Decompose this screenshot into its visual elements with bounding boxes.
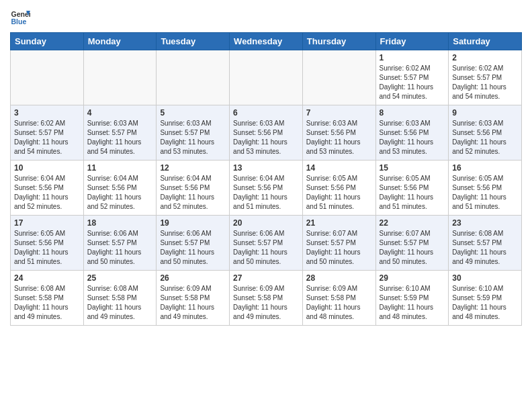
logo-icon: General Blue <box>10 7 30 27</box>
daylight-label: Daylight: 11 hours and 50 minutes. <box>233 248 287 265</box>
calendar-cell <box>83 50 157 105</box>
sunrise-label: Sunrise: 6:06 AM <box>87 230 138 237</box>
daylight-label: Daylight: 11 hours and 48 minutes. <box>306 304 361 320</box>
header: General Blue <box>10 7 522 27</box>
day-info: Sunrise: 6:09 AM Sunset: 5:58 PM Dayligh… <box>233 284 299 322</box>
calendar-cell: 21 Sunrise: 6:07 AM Sunset: 5:57 PM Dayl… <box>302 216 375 271</box>
day-info: Sunrise: 6:05 AM Sunset: 5:56 PM Dayligh… <box>14 229 80 267</box>
calendar-cell <box>230 50 303 105</box>
day-info: Sunrise: 6:06 AM Sunset: 5:57 PM Dayligh… <box>87 229 153 267</box>
daylight-label: Daylight: 11 hours and 53 minutes. <box>380 138 434 155</box>
page: General Blue SundayMondayTuesdayWednesda… <box>0 0 532 411</box>
sunrise-label: Sunrise: 6:08 AM <box>87 285 138 292</box>
day-number: 29 <box>380 273 445 283</box>
daylight-label: Daylight: 11 hours and 49 minutes. <box>160 304 214 320</box>
sunrise-label: Sunrise: 6:04 AM <box>233 175 284 182</box>
logo: General Blue <box>10 7 33 27</box>
day-info: Sunrise: 6:06 AM Sunset: 5:57 PM Dayligh… <box>160 229 226 267</box>
day-info: Sunrise: 6:03 AM Sunset: 5:56 PM Dayligh… <box>380 119 445 156</box>
calendar-cell: 13 Sunrise: 6:04 AM Sunset: 5:56 PM Dayl… <box>230 161 303 216</box>
sunrise-label: Sunrise: 6:10 AM <box>380 285 431 292</box>
day-number: 22 <box>380 218 445 228</box>
sunrise-label: Sunrise: 6:02 AM <box>14 120 65 127</box>
sunrise-label: Sunrise: 6:05 AM <box>14 230 65 237</box>
week-row-5: 24 Sunrise: 6:08 AM Sunset: 5:58 PM Dayl… <box>11 271 522 326</box>
sunset-label: Sunset: 5:57 PM <box>233 239 283 246</box>
calendar-cell: 26 Sunrise: 6:09 AM Sunset: 5:58 PM Dayl… <box>157 271 230 326</box>
calendar-cell: 11 Sunrise: 6:04 AM Sunset: 5:56 PM Dayl… <box>83 161 157 216</box>
sunset-label: Sunset: 5:58 PM <box>306 294 356 302</box>
sunset-label: Sunset: 5:56 PM <box>380 184 429 191</box>
sunset-label: Sunset: 5:56 PM <box>160 184 210 191</box>
sunrise-label: Sunrise: 6:04 AM <box>160 175 211 182</box>
daylight-label: Daylight: 11 hours and 49 minutes. <box>452 248 506 265</box>
daylight-label: Daylight: 11 hours and 52 minutes. <box>14 193 69 210</box>
day-info: Sunrise: 6:06 AM Sunset: 5:57 PM Dayligh… <box>233 229 299 267</box>
calendar-cell: 25 Sunrise: 6:08 AM Sunset: 5:58 PM Dayl… <box>83 271 157 326</box>
daylight-label: Daylight: 11 hours and 52 minutes. <box>87 193 142 210</box>
calendar-cell: 12 Sunrise: 6:04 AM Sunset: 5:56 PM Dayl… <box>157 161 230 216</box>
daylight-label: Daylight: 11 hours and 51 minutes. <box>14 248 69 265</box>
sunset-label: Sunset: 5:56 PM <box>87 184 137 191</box>
day-info: Sunrise: 6:10 AM Sunset: 5:59 PM Dayligh… <box>380 284 445 322</box>
weekday-header-thursday: Thursday <box>302 33 375 50</box>
sunrise-label: Sunrise: 6:06 AM <box>160 230 211 237</box>
sunset-label: Sunset: 5:57 PM <box>380 239 429 246</box>
daylight-label: Daylight: 11 hours and 52 minutes. <box>452 138 506 155</box>
day-info: Sunrise: 6:07 AM Sunset: 5:57 PM Dayligh… <box>306 229 372 267</box>
daylight-label: Daylight: 11 hours and 54 minutes. <box>87 138 142 155</box>
calendar-cell: 23 Sunrise: 6:08 AM Sunset: 5:57 PM Dayl… <box>449 216 522 271</box>
weekday-header-saturday: Saturday <box>449 33 522 50</box>
daylight-label: Daylight: 11 hours and 53 minutes. <box>160 138 214 155</box>
svg-text:Blue: Blue <box>11 17 27 26</box>
day-number: 17 <box>14 218 80 228</box>
sunrise-label: Sunrise: 6:02 AM <box>452 64 503 72</box>
calendar-cell: 27 Sunrise: 6:09 AM Sunset: 5:58 PM Dayl… <box>230 271 303 326</box>
day-info: Sunrise: 6:04 AM Sunset: 5:56 PM Dayligh… <box>233 174 299 212</box>
sunrise-label: Sunrise: 6:04 AM <box>87 175 138 182</box>
day-info: Sunrise: 6:03 AM Sunset: 5:56 PM Dayligh… <box>452 119 518 156</box>
calendar-cell: 16 Sunrise: 6:05 AM Sunset: 5:56 PM Dayl… <box>449 161 522 216</box>
day-info: Sunrise: 6:08 AM Sunset: 5:58 PM Dayligh… <box>87 284 153 322</box>
day-info: Sunrise: 6:02 AM Sunset: 5:57 PM Dayligh… <box>14 119 80 156</box>
calendar-cell: 24 Sunrise: 6:08 AM Sunset: 5:58 PM Dayl… <box>11 271 84 326</box>
sunset-label: Sunset: 5:58 PM <box>233 294 283 302</box>
day-info: Sunrise: 6:05 AM Sunset: 5:56 PM Dayligh… <box>452 174 518 212</box>
day-number: 11 <box>87 163 153 173</box>
sunset-label: Sunset: 5:56 PM <box>306 184 356 191</box>
day-number: 13 <box>233 163 299 173</box>
day-number: 25 <box>87 273 153 283</box>
day-info: Sunrise: 6:04 AM Sunset: 5:56 PM Dayligh… <box>14 174 80 212</box>
day-number: 8 <box>380 108 445 118</box>
day-info: Sunrise: 6:05 AM Sunset: 5:56 PM Dayligh… <box>380 174 445 212</box>
sunset-label: Sunset: 5:57 PM <box>160 239 210 246</box>
daylight-label: Daylight: 11 hours and 51 minutes. <box>233 193 287 210</box>
week-row-2: 3 Sunrise: 6:02 AM Sunset: 5:57 PM Dayli… <box>11 105 522 161</box>
sunrise-label: Sunrise: 6:07 AM <box>306 230 357 237</box>
day-info: Sunrise: 6:07 AM Sunset: 5:57 PM Dayligh… <box>380 229 445 267</box>
day-number: 14 <box>306 163 372 173</box>
calendar-cell: 10 Sunrise: 6:04 AM Sunset: 5:56 PM Dayl… <box>11 161 84 216</box>
day-number: 20 <box>233 218 299 228</box>
sunrise-label: Sunrise: 6:05 AM <box>380 175 431 182</box>
day-number: 24 <box>14 273 80 283</box>
calendar-cell: 14 Sunrise: 6:05 AM Sunset: 5:56 PM Dayl… <box>302 161 375 216</box>
day-info: Sunrise: 6:03 AM Sunset: 5:56 PM Dayligh… <box>233 119 299 156</box>
daylight-label: Daylight: 11 hours and 48 minutes. <box>380 304 434 320</box>
day-info: Sunrise: 6:02 AM Sunset: 5:57 PM Dayligh… <box>452 64 518 101</box>
daylight-label: Daylight: 11 hours and 53 minutes. <box>233 138 287 155</box>
calendar-cell: 29 Sunrise: 6:10 AM Sunset: 5:59 PM Dayl… <box>375 271 449 326</box>
day-number: 2 <box>452 53 518 62</box>
sunrise-label: Sunrise: 6:07 AM <box>380 230 431 237</box>
day-info: Sunrise: 6:03 AM Sunset: 5:57 PM Dayligh… <box>87 119 153 156</box>
weekday-header-wednesday: Wednesday <box>230 33 303 50</box>
day-number: 27 <box>233 273 299 283</box>
daylight-label: Daylight: 11 hours and 51 minutes. <box>452 193 506 210</box>
sunset-label: Sunset: 5:56 PM <box>452 129 502 136</box>
day-number: 9 <box>452 108 518 118</box>
day-info: Sunrise: 6:03 AM Sunset: 5:56 PM Dayligh… <box>306 119 372 156</box>
calendar-cell: 2 Sunrise: 6:02 AM Sunset: 5:57 PM Dayli… <box>449 50 522 105</box>
calendar-cell <box>302 50 375 105</box>
day-number: 26 <box>160 273 226 283</box>
calendar-cell: 1 Sunrise: 6:02 AM Sunset: 5:57 PM Dayli… <box>375 50 449 105</box>
